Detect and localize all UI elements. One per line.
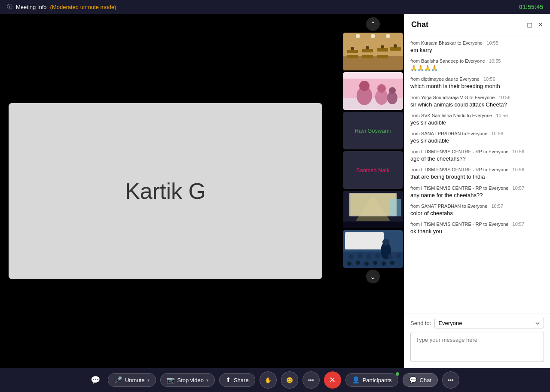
emoji-icon: 😊 [286,377,293,383]
send-to-select[interactable]: Everyone [434,318,544,328]
popout-chat-button[interactable]: ◻ [527,21,532,29]
extra-more-button[interactable]: ••• [442,371,459,389]
svg-point-42 [347,261,351,266]
svg-rect-4 [377,48,388,52]
chat-msg-text: sir which animals could attack Cheeta? [410,101,544,109]
chat-msg-text: age of the cheetahs?? [410,155,544,163]
svg-rect-8 [377,55,388,58]
chat-sender: from SANAT PRADHAN to Everyone [410,204,487,209]
chat-messages: from Kursam Bhaskar to Everyone 10:55 em… [404,36,550,313]
svg-point-19 [359,81,370,91]
scroll-down-button[interactable]: ⌄ [366,270,380,283]
send-to-row: Send to: Everyone [410,318,544,328]
video-icon: 📷 [167,376,175,384]
chat-footer: Send to: Everyone [404,313,550,368]
meeting-info-link[interactable]: Meeting Info [16,4,47,10]
hand-icon: ✋ [265,377,272,383]
chat-sender: from IITISM ENVIS CENTRE - RP to Everyon… [410,222,508,227]
chat-title: Chat [411,20,428,29]
message-input[interactable] [410,332,544,362]
chat-message: from SANAT PRADHAN to Everyone 10:56 yes… [410,131,544,145]
share-icon: ⬆ [226,376,231,384]
reactions-button[interactable]: 😊 [281,371,298,389]
info-icon: ⓘ [7,3,12,11]
thumbnail-tile-1[interactable] [343,33,403,70]
chat-label: Chat [420,377,431,383]
thumbnail-tile-santosh[interactable]: Santosh Naik [343,151,403,189]
thumbnail-tile-5[interactable] [343,191,403,228]
svg-point-15 [386,34,390,38]
send-to-label: Send to: [410,320,431,326]
top-bar-left: ⓘ Meeting Info (Moderated unmute mode) [7,3,116,11]
chat-msg-meta: from SANAT PRADHAN to Everyone 10:56 [410,131,544,136]
svg-point-38 [366,254,371,259]
main-area: Kartik G ⌃ [0,14,550,368]
timer-display: 01:55:45 [519,3,543,11]
svg-rect-6 [347,55,358,58]
scroll-up-button[interactable]: ⌃ [366,17,380,31]
end-icon: ✕ [329,375,336,385]
notification-dot [396,372,399,376]
svg-point-13 [356,34,360,38]
chat-msg-meta: from Yoga Soundraraja V G to Everyone 10… [410,95,544,100]
close-chat-button[interactable]: ✕ [538,21,543,29]
svg-point-9 [351,47,354,50]
stop-video-label: Stop video [177,377,204,383]
chat-icon: 💬 [409,376,417,384]
thumbnail-strip: ⌃ [342,14,404,368]
unmute-label: Unmute [125,377,145,383]
svg-point-10 [366,46,369,49]
chat-message: from IITISM ENVIS CENTRE - RP to Everyon… [410,185,544,199]
chat-sender: from IITISM ENVIS CENTRE - RP to Everyon… [410,149,508,154]
chat-msg-meta: from IITISM ENVIS CENTRE - RP to Everyon… [410,185,544,191]
chat-msg-text: yes sir audible [410,119,544,127]
svg-point-12 [394,44,397,48]
end-call-button[interactable]: ✕ [324,371,341,389]
unmute-button[interactable]: 🎤 Unmute ▾ [108,373,156,387]
chat-msg-meta: from Badisha Sandeep to Everyone 10:55 [410,58,544,64]
chat-msg-text: any name for the cheetahs?? [410,191,544,199]
svg-rect-2 [347,50,358,53]
thumbnail-tile-6[interactable] [343,230,403,268]
chat-message: from Yoga Soundraraja V G to Everyone 10… [410,95,544,109]
svg-point-43 [356,261,360,265]
top-bar: ⓘ Meeting Info (Moderated unmute mode) 0… [0,0,550,14]
svg-point-39 [375,253,380,258]
unmute-chevron: ▾ [147,378,150,383]
share-label: Share [234,377,249,383]
chat-sender: from IITISM ENVIS CENTRE - RP to Everyon… [410,167,508,172]
svg-rect-30 [343,222,403,228]
chat-msg-text: em karry [410,46,544,54]
more-button[interactable]: ••• [302,371,320,389]
video-chevron: ▾ [206,378,208,383]
chat-panel: Chat ◻ ✕ from Kursam Bhaskar to Everyone… [404,14,550,368]
chat-sender: from IITISM ENVIS CENTRE - RP to Everyon… [410,185,508,191]
raise-hand-button[interactable]: ✋ [260,371,277,389]
thumbnail-tile-ravi[interactable]: Ravi Goswami [343,112,403,149]
svg-rect-5 [390,47,401,51]
chat-msg-text: that are being brought to India [410,173,544,181]
svg-point-40 [388,254,393,259]
stop-video-button[interactable]: 📷 Stop video ▾ [160,373,215,387]
chat-button[interactable]: 💬 Chat [403,373,438,387]
chat-icon-left[interactable]: 💬 [91,375,100,385]
santosh-naik-name: Santosh Naik [356,167,389,173]
main-speaker-name: Kartik G [125,178,206,204]
svg-point-47 [390,261,394,265]
share-button[interactable]: ⬆ Share [219,373,255,387]
video-area: Kartik G ⌃ [0,14,404,368]
thumbnail-tile-2[interactable] [343,72,403,110]
chat-sender: from Kursam Bhaskar to Everyone [410,40,483,46]
svg-point-11 [381,45,384,49]
chat-message: from IITISM ENVIS CENTRE - RP to Everyon… [410,167,544,181]
chat-header-icons: ◻ ✕ [527,21,543,29]
svg-point-44 [364,261,369,266]
participants-button[interactable]: 👤 Participants [345,373,398,387]
svg-point-21 [377,84,386,93]
chat-msg-text: color of cheetahs [410,210,544,217]
chat-header: Chat ◻ ✕ [404,14,550,36]
chat-msg-meta: from IITISM ENVIS CENTRE - RP to Everyon… [410,149,544,154]
chat-sender: from Yoga Soundraraja V G to Everyone [410,95,495,100]
chat-msg-meta: from SVK Samhitha Naidu to Everyone 10:5… [410,113,544,118]
chat-message: from IITISM ENVIS CENTRE - RP to Everyon… [410,149,544,163]
